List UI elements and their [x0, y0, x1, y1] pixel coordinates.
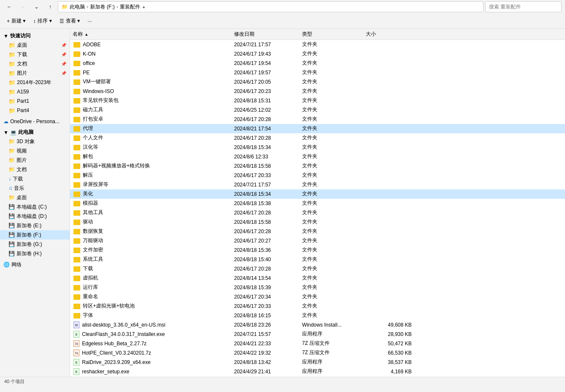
col-header-name[interactable]: 名称 ▲: [70, 29, 232, 39]
table-row[interactable]: ADOBE 2024/7/21 17:57 文件夹: [70, 40, 565, 49]
file-list-container[interactable]: 名称 ▲ 修改日期 类型 大小 ADOBE 2024/7/21 17:57 文件…: [70, 29, 565, 377]
sidebar-item-label: A159: [17, 89, 29, 95]
file-date: 2024/4/21 22:33: [232, 341, 299, 347]
sidebar-item-drive-d[interactable]: 💾 本地磁盘 (D:): [0, 212, 70, 221]
sidebar-item-videos[interactable]: 📁 视频: [0, 146, 70, 155]
table-row[interactable]: Windows-ISO 2024/6/17 20:23 文件夹: [70, 87, 565, 96]
table-row[interactable]: 转区+虚拟光驱+软电池 2024/6/17 20:33 文件夹: [70, 302, 565, 311]
col-header-size[interactable]: 大小: [363, 29, 414, 39]
table-row[interactable]: 解包 2024/8/6 12:33 文件夹: [70, 152, 565, 161]
sidebar-item-documents2[interactable]: 📁 文档: [0, 165, 70, 174]
table-row[interactable]: 下载 2024/6/17 20:28 文件夹: [70, 264, 565, 274]
cloud-icon: ☁: [3, 118, 8, 124]
file-type: 文件夹: [299, 50, 363, 57]
search-input[interactable]: [485, 1, 562, 12]
sidebar-item-drive-h[interactable]: 💾 新加卷 (H:): [0, 249, 70, 258]
breadcrumb-current[interactable]: 重装配件: [120, 3, 140, 11]
sidebar-item-desktop2[interactable]: 📁 桌面: [0, 193, 70, 202]
sidebar-item-label: 文档: [17, 166, 27, 173]
sidebar-item-part1[interactable]: 📁 Part1: [0, 96, 70, 106]
col-header-type[interactable]: 类型: [299, 29, 363, 39]
sidebar-item-desktop[interactable]: 📁 桌面 📌: [0, 40, 70, 50]
table-row[interactable]: 文件加密 2024/8/18 15:36 文件夹: [70, 245, 565, 255]
table-row[interactable]: 打包安卓 2024/6/17 20:28 文件夹: [70, 115, 565, 124]
table-row[interactable]: VM一键部署 2024/6/17 20:05 文件夹: [70, 77, 565, 87]
sidebar-item-drive-f[interactable]: 💾 新加卷 (F:): [0, 230, 70, 240]
sidebar-item-a159[interactable]: 📁 A159: [0, 87, 70, 96]
file-name-text: HotPE_Client_V0.3.240201.7z: [82, 350, 151, 356]
sidebar-item-pictures2[interactable]: 📁 图片: [0, 155, 70, 165]
new-button[interactable]: + 新建 ▾: [3, 15, 29, 27]
sidebar-item-drive-g[interactable]: 💾 新加卷 (G:): [0, 240, 70, 249]
sidebar-item-label: 桌面: [17, 194, 27, 201]
table-row[interactable]: 美化 2024/8/18 15:34 文件夹: [70, 189, 565, 199]
breadcrumb-thispc[interactable]: 此电脑: [70, 3, 85, 11]
table-row[interactable]: 万能驱动 2024/6/17 20:27 文件夹: [70, 236, 565, 245]
table-row[interactable]: E RaiDrive_2023.9.209_x64.exe 2024/8/18 …: [70, 358, 565, 367]
table-row[interactable]: 运行库 2024/8/18 15:39 文件夹: [70, 283, 565, 292]
forward-button[interactable]: →: [17, 1, 29, 13]
exe-icon: E: [73, 359, 79, 366]
sidebar-item-downloads[interactable]: 📁 下载 📌: [0, 50, 70, 59]
file-name-text: 数据恢复: [83, 228, 103, 235]
table-row[interactable]: 其他工具 2024/6/17 20:28 文件夹: [70, 208, 565, 217]
table-row[interactable]: 重命名 2024/6/17 20:34 文件夹: [70, 292, 565, 302]
folder-icon: [73, 70, 80, 76]
table-row[interactable]: 解压 2024/6/17 20:33 文件夹: [70, 171, 565, 180]
more-button[interactable]: ···: [84, 15, 95, 27]
file-name: Windows-ISO: [70, 88, 232, 94]
table-row[interactable]: 代理 2024/8/21 17:54 文件夹: [70, 124, 565, 133]
up-button[interactable]: ↑: [44, 1, 56, 13]
sidebar-item-3dobjects[interactable]: 📁 3D 对象: [0, 137, 70, 146]
sidebar-item-drive-e[interactable]: 💾 新加卷 (E:): [0, 221, 70, 230]
file-name-text: 常见软件安装包: [83, 97, 119, 104]
sidebar-item-onedrive[interactable]: ☁ OneDrive - Persona...: [0, 117, 70, 126]
recent-button[interactable]: ⌄: [31, 1, 42, 13]
breadcrumb-bar[interactable]: 📁 此电脑 › 新加卷 (F:) › 重装配件 ▲: [58, 1, 483, 12]
sidebar-item-drive-c[interactable]: 💾 本地磁盘 (C:): [0, 202, 70, 212]
table-row[interactable]: 7z HotPE_Client_V0.3.240201.7z 2024/4/22…: [70, 348, 565, 358]
sidebar-item-2014-2023[interactable]: 📁 2014年-2023年: [0, 78, 70, 87]
view-button[interactable]: ☰ 查看 ▾: [56, 15, 83, 27]
folder-icon: [73, 154, 80, 160]
sidebar-item-music[interactable]: ♫ 音乐: [0, 183, 70, 193]
table-row[interactable]: PE 2024/6/17 19:57 文件夹: [70, 68, 565, 77]
back-button[interactable]: ←: [3, 1, 15, 13]
file-name: 代理: [70, 125, 232, 132]
table-row[interactable]: 磁力工具 2024/6/25 12:02 文件夹: [70, 105, 565, 115]
sidebar-item-downloads2[interactable]: ↓ 下载: [0, 174, 70, 183]
file-type: 文件夹: [299, 87, 363, 95]
sidebar-item-label: 视频: [17, 147, 27, 155]
table-row[interactable]: 系统工具 2024/8/18 15:40 文件夹: [70, 255, 565, 264]
table-row[interactable]: 7z Edgeless Hub_Beta_2.27.7z 2024/4/21 2…: [70, 339, 565, 348]
table-row[interactable]: office 2024/6/17 19:54 文件夹: [70, 59, 565, 68]
table-row[interactable]: M alist-desktop_3.36.0_x64_en-US.msi 202…: [70, 320, 565, 330]
sidebar-item-network[interactable]: 🌐 网络: [0, 260, 70, 269]
table-row[interactable]: Z ventoy-1.0.97-windows.zip 2024/2/18 13…: [70, 376, 565, 377]
table-row[interactable]: E CleanFlash_34.0.0.317_Installer.exe 20…: [70, 330, 565, 339]
table-row[interactable]: 驱动 2024/8/18 15:58 文件夹: [70, 217, 565, 227]
sidebar-item-label: 桌面: [17, 42, 27, 49]
table-row[interactable]: 字体 2024/8/18 16:15 文件夹: [70, 311, 565, 320]
col-header-date[interactable]: 修改日期: [232, 29, 299, 39]
table-row[interactable]: 录屏投屏等 2024/7/21 17:57 文件夹: [70, 180, 565, 189]
table-row[interactable]: 解码器+视频播放器+格式转换 2024/8/18 15:58 文件夹: [70, 161, 565, 171]
file-name: 文件加密: [70, 246, 232, 254]
chevron-down-icon: ▼: [3, 33, 8, 39]
table-row[interactable]: 常见软件安装包 2024/8/18 15:31 文件夹: [70, 96, 565, 105]
table-row[interactable]: E reshacker_setup.exe 2024/4/29 21:41 应用…: [70, 367, 565, 376]
table-row[interactable]: 数据恢复 2024/6/17 20:28 文件夹: [70, 227, 565, 236]
sidebar-item-pictures[interactable]: 📁 图片 📌: [0, 68, 70, 78]
file-name: E RaiDrive_2023.9.209_x64.exe: [70, 359, 232, 366]
sidebar-section-thispc[interactable]: ▼ 💻 此电脑: [0, 128, 70, 137]
breadcrumb-drive[interactable]: 新加卷 (F:): [90, 3, 115, 11]
sort-button[interactable]: ↕ 排序 ▾: [30, 15, 55, 27]
table-row[interactable]: K-ON 2024/6/17 19:43 文件夹: [70, 49, 565, 59]
table-row[interactable]: 个人文件 2024/6/17 20:28 文件夹: [70, 133, 565, 143]
table-row[interactable]: 虚拟机 2024/8/14 13:54 文件夹: [70, 274, 565, 283]
table-row[interactable]: 模拟器 2024/8/18 15:38 文件夹: [70, 199, 565, 208]
sidebar-item-documents[interactable]: 📁 文档 📌: [0, 59, 70, 68]
table-row[interactable]: 汉化等 2024/8/18 15:34 文件夹: [70, 143, 565, 152]
sidebar-item-part4[interactable]: 📁 Part4: [0, 106, 70, 115]
sidebar-section-quickaccess[interactable]: ▼ 快速访问: [0, 31, 70, 40]
